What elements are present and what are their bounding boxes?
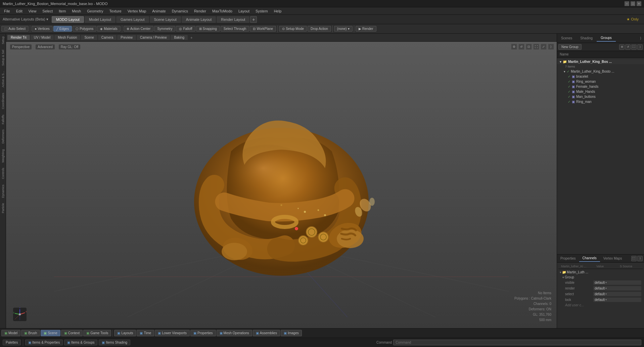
pt-tab-vertex-maps[interactable]: Vertex Maps xyxy=(600,255,626,262)
pt-tab-channels[interactable]: Channels xyxy=(579,255,600,262)
images-button[interactable]: ▣ Images xyxy=(281,330,302,336)
visible-value[interactable]: default ▾ xyxy=(593,280,641,285)
group-child-ring-man[interactable]: ✓ ▣ Ring_man xyxy=(557,99,644,104)
vp-tab-render-tri[interactable]: Render Tri xyxy=(7,35,30,40)
vp-tab-baking[interactable]: Baking xyxy=(171,35,188,40)
menu-texture[interactable]: Texture xyxy=(107,8,124,14)
rp-tab-shading[interactable]: Shading xyxy=(576,35,597,41)
maximize-button[interactable]: □ xyxy=(631,1,635,6)
group-child-bracelet[interactable]: ✓ ▣ bracelet xyxy=(557,74,644,79)
falloff-button[interactable]: ◎ Falloff xyxy=(176,26,195,32)
render-value[interactable]: default ▾ xyxy=(593,286,641,291)
sidebar-tab-setup-sel[interactable]: Setup & Sel xyxy=(1,47,5,69)
props-tree-root[interactable]: ▾ 📁 Martin_Luth ... xyxy=(558,270,643,275)
menu-item[interactable]: Item xyxy=(56,8,68,14)
minimize-button[interactable]: − xyxy=(625,1,629,6)
sidebar-tab-deformers[interactable]: Deformers xyxy=(1,127,5,146)
groups-settings-icon[interactable]: ⚙ xyxy=(619,44,625,50)
sidebar-tab-controls[interactable]: Controls xyxy=(1,165,5,182)
lower-viewports-button[interactable]: ▣ Lower Viewports xyxy=(155,330,190,336)
menu-vertex-map[interactable]: Vertex Map xyxy=(125,8,149,14)
groups-close-icon[interactable]: ⟩ xyxy=(637,44,643,50)
items-groups-button[interactable]: ▣ Items & Groups xyxy=(64,340,97,345)
layout-tab-scene[interactable]: Scene Layout xyxy=(150,16,181,23)
menu-system[interactable]: System xyxy=(253,8,271,14)
layout-tab-animate[interactable]: Animate Layout xyxy=(182,16,216,23)
vp-tab-camera[interactable]: Camera xyxy=(98,35,117,40)
pt-tab-properties[interactable]: Properties xyxy=(557,255,579,262)
props-expand-icon[interactable]: ⛶ xyxy=(631,256,637,261)
group-child-male-hands[interactable]: ✓ ▣ Male_Hands xyxy=(557,89,644,94)
rp-tab-scenes[interactable]: Scenes xyxy=(557,35,576,41)
vp-tab-preview[interactable]: Preview xyxy=(117,35,136,40)
group-child-female-hands[interactable]: ✓ ▣ Female_hands xyxy=(557,84,644,89)
vp-tab-uv-model[interactable]: UV / Model xyxy=(31,35,54,40)
add-viewport-tab[interactable]: + xyxy=(188,35,194,40)
sidebar-tab-dynamics[interactable]: Dynamics xyxy=(1,182,5,201)
menu-mesh[interactable]: Mesh xyxy=(69,8,84,14)
workplane-button[interactable]: ⊟ WorkPlane xyxy=(250,26,276,32)
auto-select-button[interactable]: ⬚ Auto Select xyxy=(1,26,29,32)
menu-layout[interactable]: Layout xyxy=(236,8,252,14)
sidebar-tab-active[interactable]: Active & S... xyxy=(1,68,5,90)
menu-file[interactable]: File xyxy=(1,8,13,14)
action-center-button[interactable]: ⊕ Action Center xyxy=(124,26,154,32)
add-layout-button[interactable]: + xyxy=(250,16,257,23)
sidebar-tab-particle[interactable]: Particle xyxy=(1,200,5,216)
none-dropdown-button[interactable]: (none) ▾ xyxy=(334,26,353,32)
rp-expand-icon[interactable]: ⟩ xyxy=(637,35,644,41)
command-input[interactable] xyxy=(393,340,641,345)
group-child-man-buttons[interactable]: ✓ ▣ Man_buttons xyxy=(557,94,644,99)
props-tree-group[interactable]: ▾ Group xyxy=(558,275,643,280)
sidebar-tab-setup[interactable]: Setup xyxy=(1,34,5,47)
time-button[interactable]: ▣ Time xyxy=(137,330,154,336)
assemblies-button[interactable]: ▣ Assemblies xyxy=(253,330,280,336)
vp-tab-mesh-fusion[interactable]: Mesh Fusion xyxy=(54,35,80,40)
sidebar-tab-falloffs[interactable]: Falloffs xyxy=(1,112,5,127)
select-through-button[interactable]: Select Through xyxy=(221,26,249,32)
group-child-0[interactable]: ▾ ✓ Martin_Luther_King_Bosto ... xyxy=(557,69,644,74)
context-button[interactable]: ▣ Context xyxy=(61,330,83,336)
menu-edit[interactable]: Edit xyxy=(13,8,25,14)
3d-viewport[interactable]: Perspective Advanced Ray GL: Off ⚙ ↺ ⊡ ⛶… xyxy=(6,42,557,328)
layout-tab-games[interactable]: Games Layout xyxy=(116,16,149,23)
sidebar-tab-weighting[interactable]: Weighting xyxy=(1,147,5,165)
alt-layouts-label[interactable]: Alternative Layouts (Beta) ▾ xyxy=(3,17,48,22)
sidebar-tab-coords[interactable]: Coordinates xyxy=(1,90,5,112)
render-button[interactable]: ▶ Render xyxy=(356,26,376,32)
new-group-button[interactable]: New Group xyxy=(558,44,582,50)
star-only-label[interactable]: ★ Only xyxy=(624,16,641,22)
mesh-ops-button[interactable]: ▣ Mesh Operations xyxy=(217,330,252,336)
lock-value[interactable]: default ▾ xyxy=(593,298,641,302)
vp-tab-camera-preview[interactable]: Camera / Preview xyxy=(137,35,170,40)
snapping-button[interactable]: ⊞ Snapping xyxy=(196,26,220,32)
layout-tab-model[interactable]: Model Layout xyxy=(85,16,116,23)
menu-select[interactable]: Select xyxy=(40,8,55,14)
symmetry-button[interactable]: Symmetry xyxy=(154,26,175,32)
menu-render[interactable]: Render xyxy=(191,8,209,14)
select-value[interactable]: default ▾ xyxy=(593,292,641,296)
menu-dynamics[interactable]: Dynamics xyxy=(169,8,191,14)
items-shading-button[interactable]: ▣ Items Shading xyxy=(99,340,130,345)
close-button[interactable]: × xyxy=(637,1,641,6)
groups-expand-icon[interactable]: ⛶ xyxy=(631,44,637,50)
menu-animate[interactable]: Animate xyxy=(149,8,168,14)
edges-button[interactable]: ╱ Edges xyxy=(53,26,72,32)
menu-help[interactable]: Help xyxy=(271,8,284,14)
properties-button[interactable]: ▣ Properties xyxy=(190,330,216,336)
drop-action-button[interactable]: Drop Action xyxy=(308,26,331,32)
layouts-button[interactable]: ▣ Layouts xyxy=(114,330,136,336)
palettes-button[interactable]: Palettes xyxy=(3,340,21,345)
layout-tab-render[interactable]: Render Layout xyxy=(217,16,249,23)
setup-mode-button[interactable]: ⊙ Setup Mode xyxy=(279,26,307,32)
vertices-button[interactable]: ● Vertices xyxy=(32,26,53,32)
scene-button[interactable]: ▣ Scene xyxy=(41,330,60,336)
brush-button[interactable]: ▣ Brush xyxy=(21,330,40,336)
menu-maxtomode[interactable]: MaxToModo xyxy=(210,8,235,14)
materials-button[interactable]: ◈ Materials xyxy=(97,26,121,32)
layout-tab-modo[interactable]: MODO Layout xyxy=(52,16,84,23)
vp-tab-scene[interactable]: Scene xyxy=(81,35,97,40)
group-root-item[interactable]: ▾ 📁 Martin_Luther_King_Bos ... xyxy=(557,59,644,64)
props-close-icon[interactable]: ⟩ xyxy=(637,256,643,261)
polygons-button[interactable]: ⬡ Polygons xyxy=(73,26,96,32)
